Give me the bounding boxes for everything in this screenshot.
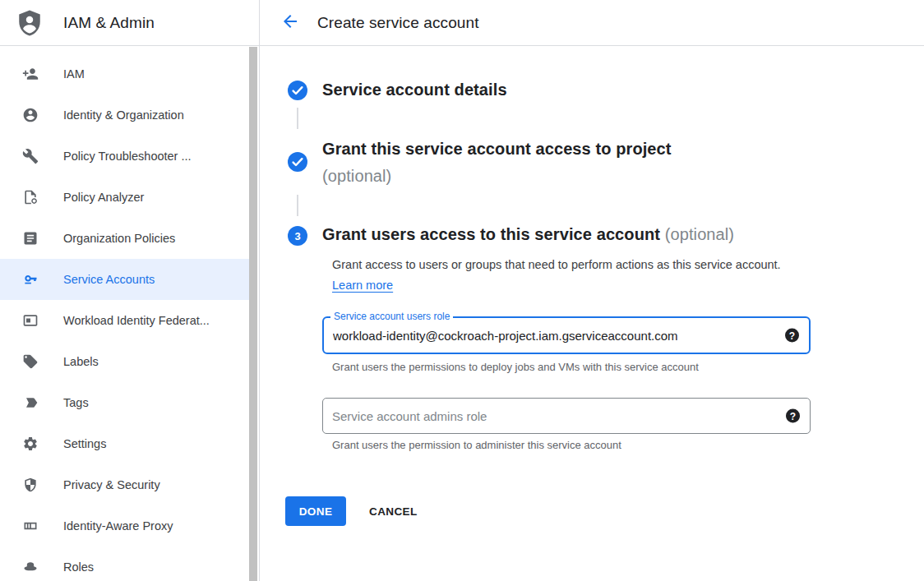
sidebar-item-label: Settings	[63, 437, 106, 450]
sidebar-item-label: Policy Analyzer	[63, 191, 144, 204]
sidebar-item-tags[interactable]: Tags	[0, 382, 249, 423]
sidebar-item-label: Identity-Aware Proxy	[63, 519, 173, 533]
sidebar-item-label: Tags	[63, 396, 89, 409]
sidebar-item-label: Privacy & Security	[63, 478, 160, 491]
users-role-field-label: Service account users role	[330, 311, 453, 322]
sidebar-item-identity-organization[interactable]: Identity & Organization	[0, 95, 249, 136]
step-2-completed-check-icon	[288, 152, 307, 172]
step-1-completed-check-icon	[288, 81, 307, 100]
service-account-key-icon	[22, 271, 39, 288]
sidebar-item-label: Workload Identity Federat...	[63, 314, 210, 327]
step-2-optional-label: (optional)	[322, 163, 672, 190]
page-header: Create service account	[260, 0, 924, 46]
page-title: Create service account	[317, 14, 479, 32]
step-3-optional-label: (optional)	[665, 225, 734, 243]
sidebar-item-labels[interactable]: Labels	[0, 341, 249, 382]
sidebar-item-label: Labels	[63, 355, 99, 368]
sidebar-item-label: Organization Policies	[63, 232, 175, 245]
service-account-users-role-field: Service account users role	[322, 316, 811, 354]
wrench-icon	[22, 148, 39, 164]
step-2-title[interactable]: Grant this service account access to pro…	[322, 136, 672, 190]
cancel-button[interactable]: CANCEL	[369, 496, 418, 526]
sidebar-item-label: Policy Troubleshooter ...	[63, 150, 192, 163]
proxy-icon	[22, 518, 39, 534]
sidebar-header: IAM & Admin	[0, 0, 259, 46]
step-1-title[interactable]: Service account details	[322, 81, 507, 99]
learn-more-link[interactable]: Learn more	[332, 279, 393, 292]
sidebar-scrollbar[interactable]	[249, 47, 257, 581]
users-role-helper-text: Grant users the permissions to deploy jo…	[332, 361, 699, 373]
sidebar-item-identity-aware-proxy[interactable]: Identity-Aware Proxy	[0, 505, 249, 546]
sidebar-item-label: Service Accounts	[63, 273, 155, 286]
step-3-title[interactable]: Grant users access to this service accou…	[322, 225, 734, 244]
sidebar-item-roles[interactable]: Roles	[0, 546, 249, 581]
done-button[interactable]: DONE	[285, 496, 346, 526]
sidebar-item-policy-analyzer[interactable]: Policy Analyzer	[0, 177, 249, 218]
admins-role-helper-text: Grant users the permission to administer…	[332, 439, 621, 451]
sidebar-divider	[259, 0, 260, 581]
sidebar-item-settings[interactable]: Settings	[0, 423, 249, 464]
back-button[interactable]	[280, 12, 301, 34]
step-3-description: Grant access to users or groups that nee…	[332, 255, 789, 296]
step-connector	[297, 108, 298, 129]
sidebar-item-label: Roles	[63, 560, 94, 574]
sidebar-nav: IAM Identity & Organization Policy Troub…	[0, 47, 249, 581]
sidebar-item-iam[interactable]: IAM	[0, 53, 249, 95]
service-account-admins-role-field	[322, 398, 811, 434]
product-title: IAM & Admin	[63, 14, 155, 32]
tag-arrow-icon	[22, 394, 39, 411]
sidebar-item-label: Identity & Organization	[63, 108, 184, 122]
admins-role-help-icon[interactable]	[786, 409, 800, 423]
sidebar-item-policy-troubleshooter[interactable]: Policy Troubleshooter ...	[0, 136, 249, 177]
sidebar-item-workload-identity-federation[interactable]: Workload Identity Federat...	[0, 300, 249, 341]
article-icon	[22, 230, 39, 247]
admins-role-input[interactable]	[323, 399, 810, 433]
sidebar-item-privacy-security[interactable]: Privacy & Security	[0, 464, 249, 505]
hat-icon	[22, 559, 39, 575]
iam-admin-shield-logo-icon	[16, 8, 44, 38]
sidebar-item-label: IAM	[63, 67, 85, 81]
gear-icon	[22, 436, 39, 452]
users-role-input[interactable]	[324, 318, 809, 353]
shield-icon	[22, 477, 39, 493]
step-connector	[297, 195, 298, 216]
sidebar-item-service-accounts[interactable]: Service Accounts	[0, 259, 249, 300]
step-3-number-icon: 3	[288, 226, 307, 246]
label-tag-icon	[22, 353, 39, 370]
sidebar-item-organization-policies[interactable]: Organization Policies	[0, 218, 249, 259]
policy-analyzer-icon	[22, 189, 39, 205]
arrow-back-icon	[280, 12, 300, 34]
person-add-icon	[22, 66, 39, 82]
account-circle-icon	[22, 107, 39, 123]
identity-card-icon	[22, 312, 39, 329]
users-role-help-icon[interactable]	[785, 329, 799, 343]
